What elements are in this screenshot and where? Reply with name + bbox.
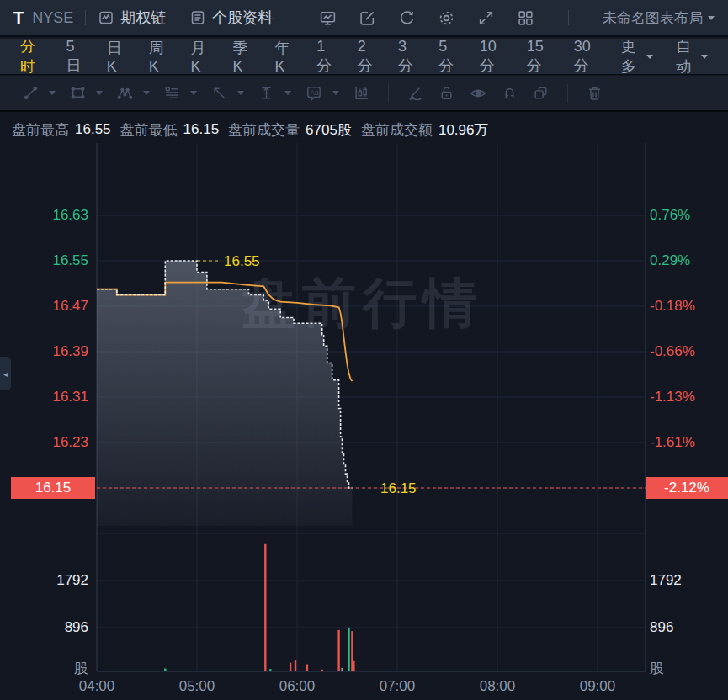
chart-svg[interactable]: 盘前行情16.5516.15 xyxy=(0,0,728,700)
collapse-panel-handle[interactable]: ◂ xyxy=(0,357,11,390)
watermark: 盘前行情 xyxy=(241,273,484,333)
trading-app: { "header": { "symbol": "T", "exchange":… xyxy=(0,0,728,700)
high-price-label: 16.55 xyxy=(224,253,260,269)
low-price-label: 16.15 xyxy=(380,480,417,496)
